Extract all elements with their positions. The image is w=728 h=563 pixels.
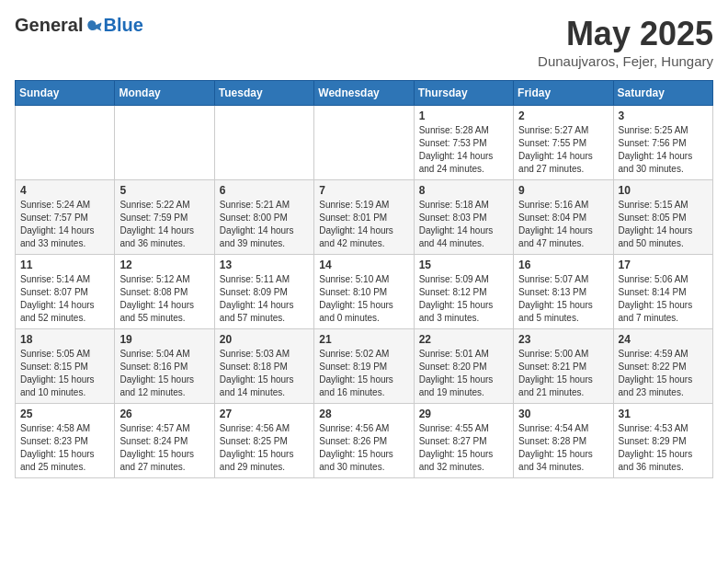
- day-info: Sunrise: 5:09 AMSunset: 8:12 PMDaylight:…: [419, 273, 508, 325]
- calendar-cell: 2Sunrise: 5:27 AMSunset: 7:55 PMDaylight…: [514, 106, 613, 180]
- day-number: 5: [119, 184, 209, 197]
- page-header: General Blue May 2025 Dunaujvaros, Fejer…: [15, 15, 713, 69]
- day-number: 27: [220, 408, 309, 420]
- day-number: 7: [319, 184, 408, 197]
- calendar-cell: 18Sunrise: 5:05 AMSunset: 8:15 PMDayligh…: [16, 329, 115, 404]
- day-number: 15: [419, 259, 508, 271]
- day-number: 17: [619, 259, 708, 271]
- day-info: Sunrise: 4:53 AMSunset: 8:29 PMDaylight:…: [619, 422, 708, 474]
- calendar-cell: [16, 106, 115, 180]
- calendar-cell: 15Sunrise: 5:09 AMSunset: 8:12 PMDayligh…: [414, 255, 513, 329]
- day-info: Sunrise: 5:12 AMSunset: 8:08 PMDaylight:…: [119, 273, 209, 325]
- day-number: 21: [319, 333, 408, 346]
- calendar-cell: 4Sunrise: 5:24 AMSunset: 7:57 PMDaylight…: [16, 180, 115, 255]
- calendar-cell: 22Sunrise: 5:01 AMSunset: 8:20 PMDayligh…: [414, 329, 513, 404]
- calendar-cell: 28Sunrise: 4:56 AMSunset: 8:26 PMDayligh…: [314, 404, 414, 478]
- calendar-cell: 31Sunrise: 4:53 AMSunset: 8:29 PMDayligh…: [613, 404, 712, 478]
- weekday-header-sunday: Sunday: [16, 81, 115, 106]
- title-block: May 2025 Dunaujvaros, Fejer, Hungary: [538, 15, 713, 69]
- day-info: Sunrise: 5:00 AMSunset: 8:21 PMDaylight:…: [518, 348, 608, 399]
- month-title: May 2025: [538, 15, 713, 53]
- calendar-cell: 14Sunrise: 5:10 AMSunset: 8:10 PMDayligh…: [314, 255, 414, 329]
- logo-blue-text: Blue: [103, 15, 142, 36]
- day-number: 25: [20, 408, 109, 420]
- day-info: Sunrise: 5:06 AMSunset: 8:14 PMDaylight:…: [619, 273, 708, 325]
- calendar-cell: 11Sunrise: 5:14 AMSunset: 8:07 PMDayligh…: [16, 255, 115, 329]
- calendar-cell: 17Sunrise: 5:06 AMSunset: 8:14 PMDayligh…: [613, 255, 712, 329]
- day-info: Sunrise: 4:56 AMSunset: 8:25 PMDaylight:…: [220, 422, 309, 474]
- day-info: Sunrise: 5:02 AMSunset: 8:19 PMDaylight:…: [319, 348, 408, 399]
- logo-bird-icon: [85, 17, 103, 35]
- day-info: Sunrise: 5:27 AMSunset: 7:55 PMDaylight:…: [518, 124, 608, 176]
- day-info: Sunrise: 5:01 AMSunset: 8:20 PMDaylight:…: [419, 348, 508, 399]
- calendar-cell: 6Sunrise: 5:21 AMSunset: 8:00 PMDaylight…: [214, 180, 313, 255]
- day-number: 13: [220, 259, 309, 271]
- day-info: Sunrise: 5:15 AMSunset: 8:05 PMDaylight:…: [619, 199, 708, 250]
- day-info: Sunrise: 4:59 AMSunset: 8:22 PMDaylight:…: [619, 348, 708, 399]
- weekday-header-friday: Friday: [514, 81, 613, 106]
- calendar-cell: 16Sunrise: 5:07 AMSunset: 8:13 PMDayligh…: [514, 255, 613, 329]
- day-number: 10: [619, 184, 708, 197]
- weekday-header-tuesday: Tuesday: [214, 81, 313, 106]
- weekday-header-saturday: Saturday: [613, 81, 712, 106]
- day-info: Sunrise: 5:25 AMSunset: 7:56 PMDaylight:…: [619, 124, 708, 176]
- calendar-cell: 9Sunrise: 5:16 AMSunset: 8:04 PMDaylight…: [514, 180, 613, 255]
- day-number: 26: [119, 408, 209, 420]
- calendar-cell: 24Sunrise: 4:59 AMSunset: 8:22 PMDayligh…: [613, 329, 712, 404]
- calendar-cell: 20Sunrise: 5:03 AMSunset: 8:18 PMDayligh…: [214, 329, 313, 404]
- day-number: 29: [419, 408, 508, 420]
- day-number: 22: [419, 333, 508, 346]
- day-number: 28: [319, 408, 408, 420]
- calendar-table: SundayMondayTuesdayWednesdayThursdayFrid…: [15, 80, 713, 478]
- day-number: 24: [619, 333, 708, 346]
- calendar-cell: 25Sunrise: 4:58 AMSunset: 8:23 PMDayligh…: [16, 404, 115, 478]
- day-info: Sunrise: 5:24 AMSunset: 7:57 PMDaylight:…: [20, 199, 109, 250]
- day-number: 6: [220, 184, 309, 197]
- logo-general-text: General: [15, 15, 83, 36]
- calendar-cell: 21Sunrise: 5:02 AMSunset: 8:19 PMDayligh…: [314, 329, 414, 404]
- day-number: 16: [518, 259, 608, 271]
- day-number: 11: [20, 259, 109, 271]
- day-info: Sunrise: 4:58 AMSunset: 8:23 PMDaylight:…: [20, 422, 109, 474]
- day-number: 19: [119, 333, 209, 346]
- calendar-cell: 8Sunrise: 5:18 AMSunset: 8:03 PMDaylight…: [414, 180, 513, 255]
- calendar-cell: 5Sunrise: 5:22 AMSunset: 7:59 PMDaylight…: [115, 180, 214, 255]
- day-info: Sunrise: 4:57 AMSunset: 8:24 PMDaylight:…: [119, 422, 209, 474]
- calendar-cell: 19Sunrise: 5:04 AMSunset: 8:16 PMDayligh…: [115, 329, 214, 404]
- day-number: 3: [619, 109, 708, 122]
- calendar-cell: 7Sunrise: 5:19 AMSunset: 8:01 PMDaylight…: [314, 180, 414, 255]
- day-number: 20: [220, 333, 309, 346]
- calendar-cell: [115, 106, 214, 180]
- calendar-cell: 13Sunrise: 5:11 AMSunset: 8:09 PMDayligh…: [214, 255, 313, 329]
- day-number: 30: [518, 408, 608, 420]
- day-info: Sunrise: 5:28 AMSunset: 7:53 PMDaylight:…: [419, 124, 508, 176]
- day-number: 12: [119, 259, 209, 271]
- day-info: Sunrise: 5:18 AMSunset: 8:03 PMDaylight:…: [419, 199, 508, 250]
- calendar-cell: 1Sunrise: 5:28 AMSunset: 7:53 PMDaylight…: [414, 106, 513, 180]
- day-number: 18: [20, 333, 109, 346]
- day-number: 9: [518, 184, 608, 197]
- day-info: Sunrise: 5:21 AMSunset: 8:00 PMDaylight:…: [220, 199, 309, 250]
- day-info: Sunrise: 5:11 AMSunset: 8:09 PMDaylight:…: [220, 273, 309, 325]
- day-number: 4: [20, 184, 109, 197]
- day-number: 1: [419, 109, 508, 122]
- day-info: Sunrise: 5:16 AMSunset: 8:04 PMDaylight:…: [518, 199, 608, 250]
- day-info: Sunrise: 5:14 AMSunset: 8:07 PMDaylight:…: [20, 273, 109, 325]
- day-info: Sunrise: 4:54 AMSunset: 8:28 PMDaylight:…: [518, 422, 608, 474]
- day-number: 2: [518, 109, 608, 122]
- day-number: 14: [319, 259, 408, 271]
- calendar-cell: 27Sunrise: 4:56 AMSunset: 8:25 PMDayligh…: [214, 404, 313, 478]
- day-info: Sunrise: 4:55 AMSunset: 8:27 PMDaylight:…: [419, 422, 508, 474]
- day-info: Sunrise: 5:03 AMSunset: 8:18 PMDaylight:…: [220, 348, 309, 399]
- calendar-cell: 23Sunrise: 5:00 AMSunset: 8:21 PMDayligh…: [514, 329, 613, 404]
- calendar-cell: [214, 106, 313, 180]
- calendar-cell: 26Sunrise: 4:57 AMSunset: 8:24 PMDayligh…: [115, 404, 214, 478]
- week-row-5: 25Sunrise: 4:58 AMSunset: 8:23 PMDayligh…: [16, 404, 713, 478]
- location-subtitle: Dunaujvaros, Fejer, Hungary: [538, 53, 713, 69]
- calendar-cell: 10Sunrise: 5:15 AMSunset: 8:05 PMDayligh…: [613, 180, 712, 255]
- calendar-cell: 30Sunrise: 4:54 AMSunset: 8:28 PMDayligh…: [514, 404, 613, 478]
- day-number: 8: [419, 184, 508, 197]
- week-row-1: 1Sunrise: 5:28 AMSunset: 7:53 PMDaylight…: [16, 106, 713, 180]
- day-info: Sunrise: 5:05 AMSunset: 8:15 PMDaylight:…: [20, 348, 109, 399]
- calendar-cell: 12Sunrise: 5:12 AMSunset: 8:08 PMDayligh…: [115, 255, 214, 329]
